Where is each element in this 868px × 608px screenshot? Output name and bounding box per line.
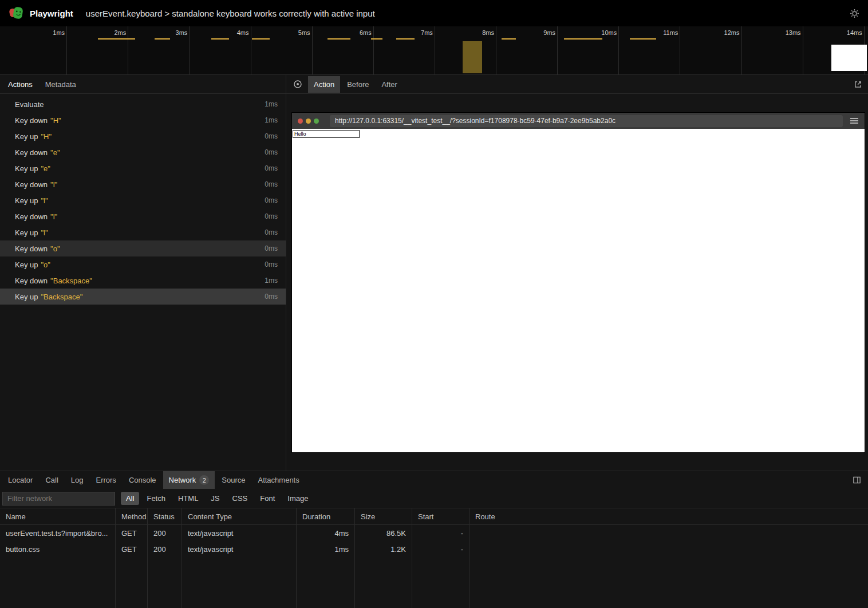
- settings-gear-icon[interactable]: [849, 8, 860, 19]
- address-bar[interactable]: http://127.0.0.1:63315/__vitest_test__/?…: [330, 115, 843, 127]
- network-cell-start[interactable]: -: [412, 541, 469, 557]
- timeline-thumbnail[interactable]: [831, 45, 867, 71]
- tab-actions[interactable]: Actions: [2, 76, 38, 93]
- actions-tabstrip: ActionsMetadata: [0, 75, 286, 94]
- network-cell-status[interactable]: 200: [148, 541, 182, 557]
- action-row[interactable]: Key down"Backspace"1ms: [0, 273, 286, 289]
- network-cell-route[interactable]: [469, 525, 868, 541]
- action-key-value: "o": [41, 260, 50, 269]
- network-col-status[interactable]: Status: [148, 508, 182, 525]
- tab-label: Call: [45, 476, 58, 484]
- network-cell-duration[interactable]: 4ms: [297, 525, 355, 541]
- action-title: Key down: [15, 116, 48, 125]
- actions-tabs: ActionsMetadata: [2, 76, 82, 93]
- tab-console[interactable]: Console: [123, 472, 162, 488]
- action-row[interactable]: Key down"o"0ms: [0, 240, 286, 256]
- network-cell-content_type[interactable]: text/javascript: [182, 525, 297, 541]
- timeline-action-tick[interactable]: [396, 38, 415, 40]
- action-duration: 0ms: [265, 260, 281, 269]
- action-row[interactable]: Key up"Backspace"0ms: [0, 289, 286, 305]
- filter-chip-font[interactable]: Font: [255, 492, 280, 505]
- network-cell-size[interactable]: 1.2K: [355, 541, 412, 557]
- timeline[interactable]: 1ms2ms3ms4ms5ms6ms7ms8ms9ms10ms11ms12ms1…: [0, 26, 868, 75]
- network-col-duration[interactable]: Duration: [297, 508, 355, 525]
- action-duration: 1ms: [265, 116, 281, 124]
- tab-before[interactable]: Before: [341, 76, 374, 93]
- timeline-action-tick[interactable]: [502, 38, 516, 40]
- tab-attachments[interactable]: Attachments: [252, 472, 305, 488]
- tab-call[interactable]: Call: [40, 472, 64, 488]
- action-row[interactable]: Evaluate1ms: [0, 96, 286, 112]
- tab-log[interactable]: Log: [65, 472, 89, 488]
- timeline-action-tick[interactable]: [371, 38, 382, 40]
- network-cell-status[interactable]: 200: [148, 525, 182, 541]
- network-cell-content_type[interactable]: text/javascript: [182, 541, 297, 557]
- timeline-selection[interactable]: [463, 41, 482, 73]
- network-col-method[interactable]: Method: [116, 508, 148, 525]
- filter-chip-fetch[interactable]: Fetch: [141, 492, 171, 505]
- external-link-icon[interactable]: [854, 80, 862, 89]
- action-row[interactable]: Key up"o"0ms: [0, 256, 286, 273]
- network-cell-route[interactable]: [469, 541, 868, 557]
- network-col-name[interactable]: Name: [0, 508, 116, 525]
- filter-chip-html[interactable]: HTML: [173, 492, 203, 505]
- tab-action[interactable]: Action: [308, 76, 340, 93]
- sidebar-toggle-icon[interactable]: [853, 476, 861, 484]
- action-title: Evaluate: [15, 100, 44, 109]
- action-row[interactable]: Key up"e"0ms: [0, 160, 286, 176]
- network-cell-method[interactable]: GET: [116, 525, 148, 541]
- timeline-action-tick[interactable]: [98, 38, 135, 40]
- snapshot-tabstrip: ActionBeforeAfter: [286, 75, 868, 94]
- network-filter-chips: AllFetchHTMLJSCSSFontImage: [121, 492, 313, 505]
- timeline-action-tick[interactable]: [211, 38, 229, 40]
- timeline-ms-label: 7ms: [374, 26, 435, 74]
- action-title: Key down: [15, 277, 48, 285]
- network-col-content-type[interactable]: Content Type: [182, 508, 297, 525]
- hamburger-menu-icon[interactable]: [850, 117, 859, 125]
- browser-window-snapshot: http://127.0.0.1:63315/__vitest_test__/?…: [292, 113, 865, 452]
- tab-source[interactable]: Source: [216, 472, 251, 488]
- tab-label: Console: [129, 476, 156, 484]
- network-cell-name[interactable]: button.css: [0, 541, 116, 557]
- page-text-input[interactable]: [293, 130, 360, 138]
- timeline-action-tick[interactable]: [564, 38, 602, 40]
- action-row[interactable]: Key down"e"0ms: [0, 144, 286, 160]
- target-icon[interactable]: [293, 80, 302, 89]
- filter-chip-js[interactable]: JS: [206, 492, 224, 505]
- timeline-ms-label: 2ms: [67, 26, 128, 74]
- snapshot-tabs: ActionBeforeAfter: [308, 76, 403, 93]
- filter-chip-image[interactable]: Image: [282, 492, 313, 505]
- snapshot-panel: ActionBeforeAfter: [286, 75, 868, 471]
- timeline-ms-label: 12ms: [680, 26, 741, 74]
- action-row[interactable]: Key down"l"0ms: [0, 208, 286, 224]
- tab-errors[interactable]: Errors: [90, 472, 121, 488]
- tab-label: Log: [71, 476, 84, 484]
- network-col-route[interactable]: Route: [469, 508, 868, 525]
- tab-metadata[interactable]: Metadata: [40, 76, 82, 93]
- filter-chip-all[interactable]: All: [121, 492, 139, 505]
- action-row[interactable]: Key up"H"0ms: [0, 128, 286, 144]
- tab-after[interactable]: After: [376, 76, 403, 93]
- timeline-action-tick[interactable]: [328, 38, 350, 40]
- network-col-start[interactable]: Start: [412, 508, 469, 525]
- action-row[interactable]: Key down"H"1ms: [0, 112, 286, 128]
- network-col-size[interactable]: Size: [355, 508, 412, 525]
- timeline-action-tick[interactable]: [630, 38, 656, 40]
- network-filter-input[interactable]: [2, 492, 115, 506]
- network-cell-duration[interactable]: 1ms: [297, 541, 355, 557]
- action-duration: 0ms: [265, 244, 281, 252]
- network-cell-method[interactable]: GET: [116, 541, 148, 557]
- action-duration: 0ms: [265, 180, 281, 188]
- action-row[interactable]: Key down"l"0ms: [0, 176, 286, 192]
- network-cell-name[interactable]: userEvent.test.ts?import&bro...: [0, 525, 116, 541]
- action-row[interactable]: Key up"l"0ms: [0, 224, 286, 240]
- tab-locator[interactable]: Locator: [2, 472, 38, 488]
- filter-chip-css[interactable]: CSS: [227, 492, 253, 505]
- timeline-action-tick[interactable]: [155, 38, 170, 40]
- tab-network[interactable]: Network2: [163, 471, 215, 489]
- network-cell-start[interactable]: -: [412, 525, 469, 541]
- network-cell-size[interactable]: 86.5K: [355, 525, 412, 541]
- timeline-action-tick[interactable]: [252, 38, 270, 40]
- bottom-tabstrip: LocatorCallLogErrorsConsoleNetwork2Sourc…: [0, 471, 868, 489]
- action-row[interactable]: Key up"l"0ms: [0, 192, 286, 208]
